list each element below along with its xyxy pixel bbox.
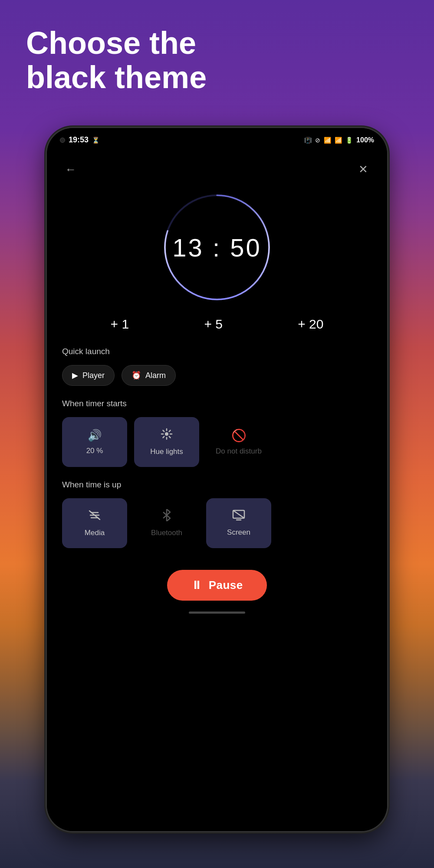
increment-20-button[interactable]: + 20 (298, 317, 323, 332)
signal-icon: 📶 (335, 137, 342, 144)
when-time-up-label: When time is up (47, 476, 387, 494)
status-time: 19:53 (69, 135, 89, 145)
header-line1: Choose the (26, 26, 207, 60)
header-line2: black theme (26, 60, 207, 95)
home-indicator (47, 612, 387, 619)
timer-container: 13 : 50 (47, 182, 387, 310)
status-bar: 19:53 ⏳ 📳 ⊘ 📶 📶 🔋 100% (47, 128, 387, 152)
bluetooth-card[interactable]: Bluetooth (134, 498, 199, 548)
player-label: Player (82, 371, 105, 380)
svg-line-16 (233, 510, 244, 518)
dnd-icon: ⊘ (315, 137, 320, 144)
background: Choose the black theme 19:53 ⏳ 📳 ⊘ 📶 📶 🔋… (0, 0, 434, 868)
player-button[interactable]: ▶ Player (62, 365, 115, 386)
bluetooth-icon (162, 509, 171, 524)
svg-line-8 (169, 437, 171, 438)
header-text: Choose the black theme (26, 26, 207, 95)
battery-icon: 🔋 (345, 137, 353, 144)
screen-label: Screen (227, 528, 250, 537)
svg-line-10 (163, 437, 164, 438)
vibrate-icon: 📳 (304, 137, 312, 144)
volume-label: 20 % (86, 447, 103, 455)
media-label: Media (85, 529, 105, 537)
pause-btn-container: ⏸ Pause (47, 557, 387, 612)
back-button[interactable]: ← (62, 161, 79, 178)
when-timer-starts-grid: 🔊 20 % (47, 413, 387, 476)
camera-dot (60, 138, 65, 143)
alarm-button[interactable]: ⏰ Alarm (122, 365, 176, 386)
quick-launch-label: Quick launch (47, 342, 387, 361)
status-right: 📳 ⊘ 📶 📶 🔋 100% (304, 136, 374, 144)
when-timer-starts-label: When timer starts (47, 395, 387, 413)
dnd-icon: 🚫 (231, 428, 247, 443)
close-button[interactable]: ✕ (355, 161, 372, 178)
hue-icon (161, 428, 173, 443)
nav-bar: ← ✕ (47, 152, 387, 182)
volume-card[interactable]: 🔊 20 % (62, 417, 127, 467)
home-bar (189, 612, 245, 614)
bluetooth-label: Bluetooth (151, 529, 182, 537)
alarm-label: Alarm (145, 371, 166, 380)
volume-icon: 🔊 (88, 429, 102, 442)
svg-line-7 (163, 431, 164, 432)
timer-circle: 13 : 50 (161, 191, 273, 304)
dnd-card[interactable]: 🚫 Do not disturb (206, 417, 271, 467)
status-left: 19:53 ⏳ (60, 135, 99, 145)
play-icon: ▶ (72, 371, 78, 380)
timer-display: 13 : 50 (172, 233, 261, 262)
increment-1-button[interactable]: + 1 (111, 317, 129, 332)
alarm-icon: ⏰ (132, 371, 141, 380)
phone-frame: 19:53 ⏳ 📳 ⊘ 📶 📶 🔋 100% ← ✕ (47, 128, 387, 831)
increment-row: + 1 + 5 + 20 (47, 310, 387, 338)
media-icon (89, 509, 101, 524)
media-card[interactable]: Media (62, 498, 127, 548)
quick-launch-row: ▶ Player ⏰ Alarm (47, 361, 387, 395)
pause-label: Pause (209, 579, 243, 592)
app-content: ← ✕ (47, 152, 387, 831)
svg-point-2 (165, 432, 168, 436)
dnd-label: Do not disturb (216, 447, 262, 456)
pause-icon: ⏸ (191, 579, 203, 592)
when-time-up-grid: Media Bluetooth (47, 494, 387, 557)
pause-button[interactable]: ⏸ Pause (167, 570, 267, 601)
battery-percent: 100% (356, 136, 374, 144)
svg-line-9 (169, 431, 171, 432)
screen-icon (232, 510, 245, 524)
hue-lights-card[interactable]: Hue lights (134, 417, 199, 467)
screen-card[interactable]: Screen (206, 498, 271, 548)
hourglass-icon: ⏳ (92, 137, 99, 144)
hue-lights-label: Hue lights (150, 447, 183, 456)
increment-5-button[interactable]: + 5 (204, 317, 223, 332)
wifi-icon: 📶 (324, 137, 331, 144)
